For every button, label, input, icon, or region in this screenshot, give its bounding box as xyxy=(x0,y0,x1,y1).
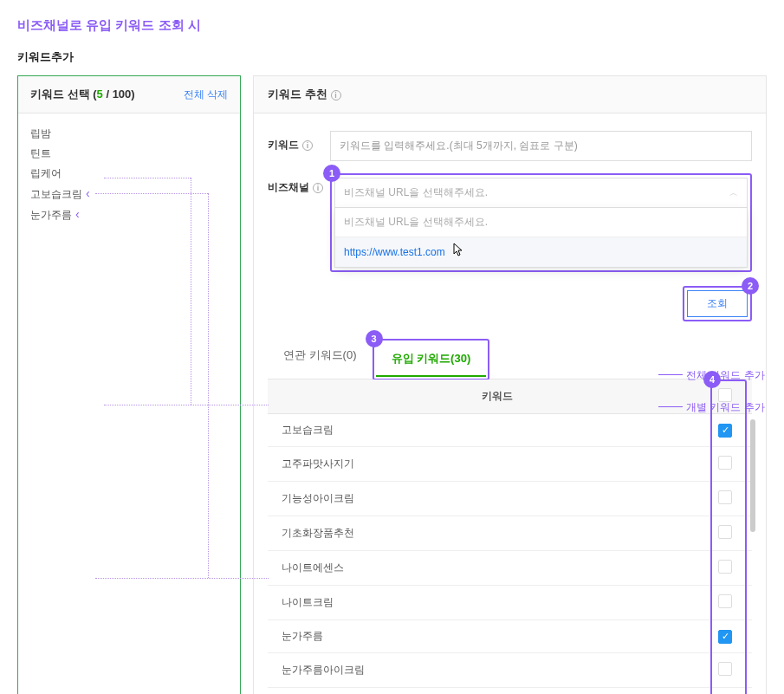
info-icon[interactable]: i xyxy=(331,90,341,101)
keyword-recommendation-panel: 키워드 추천i 키워드i 키워드를 입력해주세요.(최대 5개까지, 쉼표로 구… xyxy=(253,75,767,694)
page-title: 비즈채널로 유입 키워드 조회 시 xyxy=(17,17,767,34)
row-checkbox[interactable]: ✓ xyxy=(718,424,732,438)
info-icon[interactable]: i xyxy=(313,183,323,193)
chevron-up-icon: ︿ xyxy=(729,187,738,199)
row-checkbox[interactable] xyxy=(718,594,732,608)
step-badge-1: 1 xyxy=(323,165,340,182)
tabs: 연관 키워드(0) 3 유입 키워드(30) xyxy=(268,339,752,379)
list-item[interactable]: 눈가주름 xyxy=(30,204,228,225)
table-row: 고주파맛사지기 xyxy=(268,447,752,482)
selected-keywords-title: 키워드 선택 (5 / 100) xyxy=(30,87,135,102)
step-badge-3: 3 xyxy=(366,330,383,347)
recommendation-header: 키워드 추천i xyxy=(254,76,766,114)
annotation-single-add: 개별 키워드 추가 xyxy=(686,400,765,415)
row-checkbox[interactable] xyxy=(718,662,732,676)
row-checkbox[interactable] xyxy=(718,490,732,504)
row-checkbox[interactable] xyxy=(718,525,732,539)
table-row: 눈가주름 ✓ xyxy=(268,620,752,653)
table-row: 눈가주름아이크림 xyxy=(268,653,752,688)
list-item[interactable]: 고보습크림 xyxy=(30,184,228,204)
row-checkbox[interactable] xyxy=(718,456,732,470)
bizchannel-label: 비즈채널i xyxy=(268,173,330,195)
delete-all-button[interactable]: 전체 삭제 xyxy=(184,88,228,102)
step-badge-2: 2 xyxy=(742,277,759,295)
list-item[interactable]: 틴트 xyxy=(30,144,228,164)
keyword-input[interactable]: 키워드를 입력해주세요.(최대 5개까지, 쉼표로 구분) xyxy=(330,131,752,161)
dropdown-hint: 비즈채널 URL을 선택해주세요. xyxy=(335,208,747,237)
list-item[interactable]: 립케어 xyxy=(30,164,228,184)
table-row: 기능성아이크림 xyxy=(268,482,752,516)
bizchannel-select[interactable]: 비즈채널 URL을 선택해주세요. ︿ xyxy=(334,178,748,208)
list-item[interactable]: 립밤 xyxy=(30,124,228,144)
table-row: 고보습크림 ✓ xyxy=(268,414,752,447)
subtitle: 키워드추가 xyxy=(17,49,767,65)
selected-keyword-list: 립밤 틴트 립케어 고보습크림 눈가주름 xyxy=(18,114,240,236)
table-row: 나이트크림 xyxy=(268,586,752,620)
tab-inflow[interactable]: 유입 키워드(30) xyxy=(376,342,487,377)
info-icon[interactable]: i xyxy=(302,140,313,151)
table-row: 눈가피부관리 xyxy=(268,688,752,694)
table-header: 키워드 xyxy=(268,379,752,414)
cursor-icon xyxy=(450,243,463,261)
row-checkbox[interactable] xyxy=(718,560,732,574)
table-row: 나이트에센스 xyxy=(268,551,752,586)
row-checkbox[interactable]: ✓ xyxy=(718,630,732,644)
annotation-all-add: 전체 키워드 추가 xyxy=(686,368,765,383)
column-keyword: 키워드 xyxy=(282,389,712,404)
scrollbar[interactable] xyxy=(750,419,755,532)
keyword-label: 키워드i xyxy=(268,131,330,152)
tab-related[interactable]: 연관 키워드(0) xyxy=(268,339,373,379)
table-row: 기초화장품추천 xyxy=(268,516,752,551)
dropdown-option[interactable]: https://www.test1.com xyxy=(335,237,747,267)
search-button[interactable]: 조회 xyxy=(687,290,748,317)
bizchannel-dropdown: 비즈채널 URL을 선택해주세요. https://www.test1.com xyxy=(334,208,748,268)
